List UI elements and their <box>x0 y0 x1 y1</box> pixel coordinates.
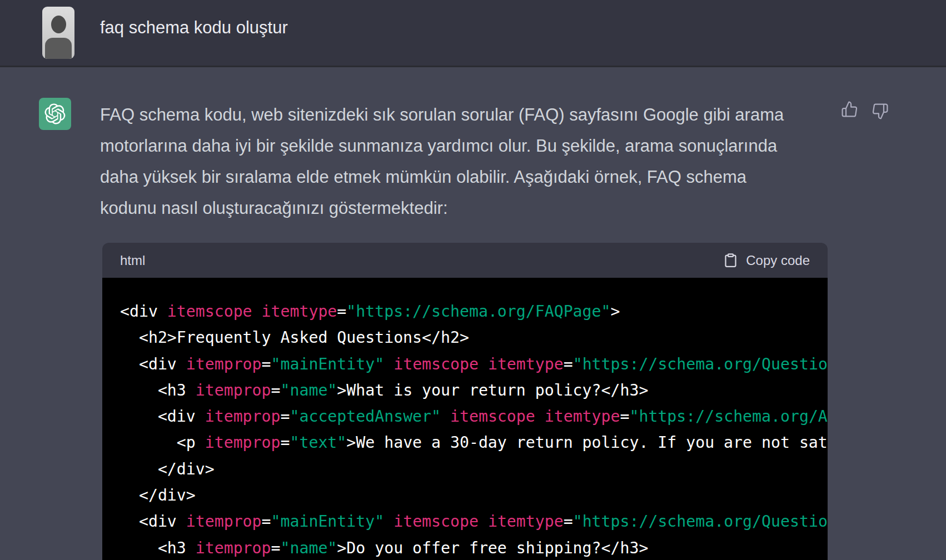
assistant-avatar <box>39 98 71 130</box>
code-block: html Copy code <div itemscope itemtype="… <box>102 243 828 560</box>
user-message-text: faq schema kodu oluştur <box>100 12 288 43</box>
code-block-content[interactable]: <div itemscope itemtype="https://schema.… <box>102 278 828 560</box>
code-line: <p itemprop="text">We have a 30-day retu… <box>120 429 828 456</box>
code-line: <div itemprop="mainEntity" itemscope ite… <box>120 508 828 534</box>
thumbs-down-icon <box>872 103 889 120</box>
thumbs-up-icon <box>841 101 858 118</box>
thumbs-down-button[interactable] <box>872 103 889 120</box>
code-language-label: html <box>120 253 145 268</box>
code-line: <div itemprop="mainEntity" itemscope ite… <box>120 351 828 377</box>
assistant-message-row: FAQ schema kodu, web sitenizdeki sık sor… <box>0 66 946 560</box>
assistant-message-text: FAQ schema kodu, web sitenizdeki sık sor… <box>100 99 784 224</box>
copy-code-label: Copy code <box>746 253 810 268</box>
user-message-row: faq schema kodu oluştur <box>0 0 946 66</box>
assistant-message-line: motorlarına daha iyi bir şekilde sunmanı… <box>100 131 784 162</box>
code-line: <div itemprop="acceptedAnswer" itemscope… <box>120 403 828 429</box>
code-line: </div> <box>120 456 828 482</box>
thumbs-up-button[interactable] <box>841 101 858 118</box>
code-block-header: html Copy code <box>102 243 828 278</box>
openai-logo-icon <box>44 103 66 124</box>
clipboard-icon <box>723 253 738 268</box>
code-line: <h2>Frequently Asked Questions</h2> <box>120 324 828 351</box>
code-line: <h3 itemprop="name">Do you offer free sh… <box>120 535 828 560</box>
copy-code-button[interactable]: Copy code <box>723 253 810 268</box>
code-line: <div itemscope itemtype="https://schema.… <box>120 298 828 324</box>
assistant-message-line: daha yüksek bir sıralama elde etmek mümk… <box>100 162 784 193</box>
user-avatar <box>42 7 74 59</box>
assistant-message-line: kodunu nasıl oluşturacağınızı göstermekt… <box>100 193 784 224</box>
assistant-message-line: FAQ schema kodu, web sitenizdeki sık sor… <box>100 99 784 131</box>
code-line: </div> <box>120 482 828 508</box>
code-line: <h3 itemprop="name">What is your return … <box>120 377 828 403</box>
